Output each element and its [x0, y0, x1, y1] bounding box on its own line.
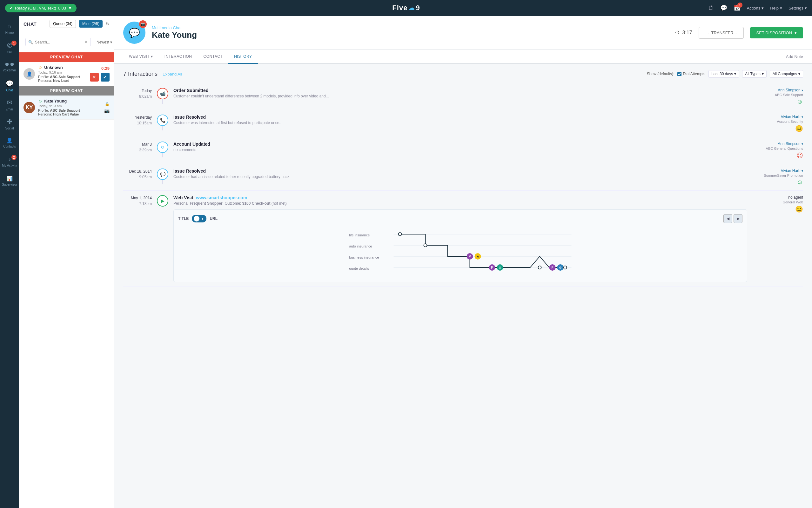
sidebar-item-voicemail[interactable]: ⏺⏺ Voicemail [0, 57, 19, 76]
reject-button[interactable]: ✕ [90, 73, 99, 82]
sidebar-item-chat[interactable]: 💬 Chat [0, 76, 19, 95]
sidebar-item-email[interactable]: ✉ Email [0, 95, 19, 114]
actions-menu-btn[interactable]: Actions ▾ [747, 6, 764, 10]
prev-arrow-button[interactable]: ◀ [723, 214, 732, 223]
sentiment-1: ☺ [752, 98, 803, 105]
campaign-1: ABC Sale Support [752, 93, 803, 97]
add-note-button[interactable]: Add Note [786, 54, 803, 59]
sidebar-item-call[interactable]: ✆ Call 1 [0, 38, 19, 57]
interaction-content-3: Account Updated no comments [173, 141, 747, 152]
sidebar-item-contacts[interactable]: 👤 Contacts [0, 133, 19, 152]
show-label: Show (defaults): [647, 72, 674, 76]
notes-icon-btn[interactable]: 🗒 [708, 5, 714, 11]
chat-persona-kate: Persona: High Cart Value [38, 112, 101, 116]
mine-button[interactable]: Mine (2/5) [79, 20, 103, 28]
agent-name-3: Ann Simpson ▾ [752, 141, 803, 146]
chat-icon-btn[interactable]: 💬 [720, 4, 727, 11]
chat-bubble-icon: 💬 [129, 28, 140, 38]
toggle-switch[interactable]: ● [192, 215, 206, 222]
show-filters: Show (defaults): Dial Attempts Last 30 d… [647, 70, 803, 78]
chat-info-unknown: ☺ Unknown Today, 9:16 am Profile: ABC Sa… [38, 65, 87, 83]
next-arrow-button[interactable]: ▶ [734, 214, 742, 223]
transfer-button[interactable]: → TRANSFER... [699, 27, 744, 39]
call-label: Call [7, 50, 12, 54]
date-1: Today 8:02am [123, 88, 152, 99]
dial-attempts-filter[interactable]: Dial Attempts [678, 72, 705, 76]
sidebar-item-social[interactable]: ✤ Social [0, 114, 19, 133]
profile-value-unknown: ABC Sale Support [50, 75, 80, 79]
interaction-title-5: Web Visit: www.smartshopper.com [173, 195, 747, 200]
chat-list-item-unknown[interactable]: 👤 ☺ Unknown Today, 9:16 am Profile: ABC … [19, 62, 114, 86]
title-label: TITLE [178, 216, 189, 221]
dropdown-icon: ▼ [68, 6, 72, 10]
lock-icon: 🔒 [105, 102, 110, 106]
chat-info-kate: ☺ Kate Young Today, 9:13 am Profile: ABC… [38, 99, 101, 116]
icon-wrap-1: 📹 [157, 88, 168, 104]
svg-text:business insurance: business insurance [349, 255, 379, 259]
email-icon: ✉ [7, 99, 12, 106]
nav-left: ✔ Ready (Call, VM, Text) 0:03 ▼ [5, 4, 77, 12]
set-disposition-label: SET DISPOSITION [757, 31, 792, 35]
profile-value-kate: ABC Sale Support [50, 109, 80, 112]
chat-panel-header: CHAT Queue (34) Mine (2/5) ↻ [19, 16, 114, 32]
chat-profile-kate: Profile: ABC Sale Support [38, 109, 101, 112]
settings-label: Settings [788, 6, 803, 10]
set-disposition-button[interactable]: SET DISPOSITION ▾ [750, 27, 803, 38]
queue-button[interactable]: Queue (34) [49, 20, 76, 28]
svg-text:P: P [491, 266, 493, 269]
web-visit-link[interactable]: www.smartshopper.com [196, 195, 247, 200]
sidebar-item-home[interactable]: ⌂ Home [0, 19, 19, 38]
search-input[interactable] [35, 40, 83, 44]
calendar-icon-btn[interactable]: 📅 1 [734, 4, 740, 11]
dial-attempts-checkbox[interactable] [678, 72, 682, 76]
chat-persona-unknown: Persona: New Lead [38, 79, 87, 83]
tab-web-visit[interactable]: WEB VISIT ▾ [123, 50, 159, 64]
search-icon: 🔍 [28, 40, 33, 44]
all-campaigns-dropdown[interactable]: All Campaigns ▾ [770, 70, 803, 78]
refresh-button[interactable]: ↻ [106, 21, 110, 26]
avatar-unknown: 👤 [24, 68, 35, 80]
sort-dropdown[interactable]: Newest ▾ [96, 40, 112, 44]
date-3: Mar 3 3:39pm [123, 141, 152, 153]
all-types-arrow: ▾ [762, 72, 764, 76]
campaign-2: Account Security [752, 120, 803, 123]
accept-button[interactable]: ✔ [101, 73, 110, 82]
chat-panel: CHAT Queue (34) Mine (2/5) ↻ 🔍 ✕ Newest … [19, 16, 114, 508]
settings-menu-btn[interactable]: Settings ▾ [788, 6, 807, 10]
chat-time-unknown: Today, 9:16 am [38, 71, 87, 74]
activity-label: My Activity [2, 164, 17, 167]
sidebar-item-supervisor[interactable]: 📊 Supervisor [0, 171, 19, 190]
agent-name-1: Ann Simpson ▾ [752, 88, 803, 92]
tab-contact-label: CONTACT [203, 54, 223, 59]
interaction-right-2: Vivian Harb ▾ Account Security 😐 [752, 115, 803, 132]
svg-point-18 [538, 266, 541, 269]
check-icon: ✔ [9, 6, 13, 10]
expand-all-button[interactable]: Expand All [163, 72, 182, 77]
home-icon: ⌂ [8, 23, 11, 30]
ready-badge[interactable]: ✔ Ready (Call, VM, Text) 0:03 ▼ [5, 4, 77, 12]
interaction-content-2: Issue Resolved Customer was interested a… [173, 115, 747, 125]
tab-contact[interactable]: CONTACT [198, 50, 229, 64]
icon-sidebar: ⌂ Home ✆ Call 1 ⏺⏺ Voicemail 💬 Chat ✉ Em… [0, 16, 19, 508]
chat-profile-unknown: Profile: ABC Sale Support [38, 75, 87, 79]
date-5: May 1, 2014 7:18pm [123, 195, 152, 207]
chat-label: Chat [6, 88, 13, 92]
interaction-desc-3: no comments [173, 147, 747, 152]
preview-chat-label-2: PREVIEW CHAT [19, 86, 114, 95]
help-menu-btn[interactable]: Help ▾ [770, 6, 782, 10]
sidebar-item-activity[interactable]: ♪ My Activity 2 [0, 152, 19, 171]
interaction-right-5: no agent General Web 😐 [752, 195, 803, 213]
tab-interaction[interactable]: INTERACTION [159, 50, 198, 64]
chat-list-item-kate[interactable]: KY ☺ Kate Young Today, 9:13 am Profile: … [19, 95, 114, 120]
search-clear-icon[interactable]: ✕ [84, 40, 88, 44]
toggle-state: ● [200, 217, 204, 220]
tab-history[interactable]: HISTORY [228, 50, 258, 64]
tab-web-visit-arrow: ▾ [151, 54, 153, 59]
last-days-dropdown[interactable]: Last 30 days ▾ [708, 70, 739, 78]
logo-text: Five [392, 4, 408, 12]
persona-value-unknown: New Lead [53, 79, 69, 83]
interaction-row-5: May 1, 2014 7:18pm ▶ Web Visit: www.smar… [123, 191, 803, 287]
contact-header: 💬 📷 Multimedia Chat Kate Young ⏱ 3:17 → … [114, 16, 812, 50]
timer-value: 3:17 [683, 30, 692, 36]
all-types-dropdown[interactable]: All Types ▾ [742, 70, 766, 78]
